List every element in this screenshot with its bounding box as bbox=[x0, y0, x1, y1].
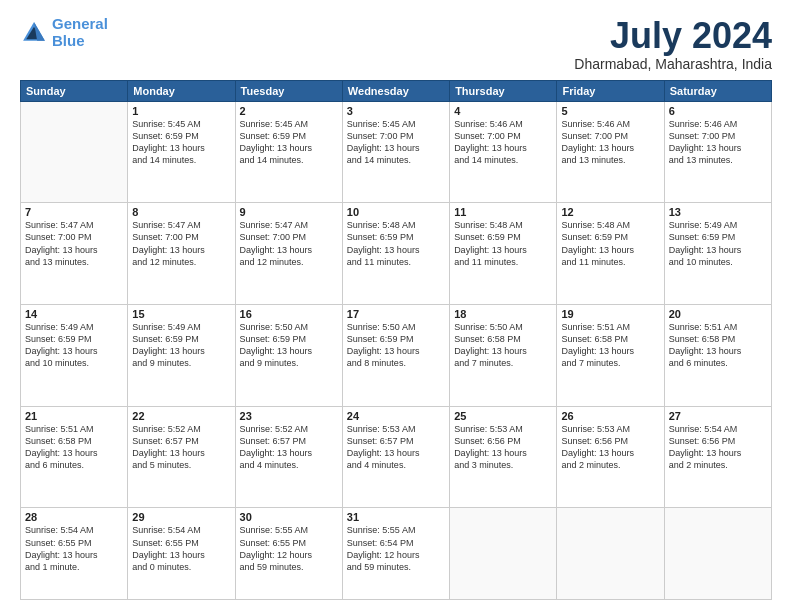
day-info: Sunrise: 5:48 AM Sunset: 6:59 PM Dayligh… bbox=[561, 219, 659, 268]
day-number: 6 bbox=[669, 105, 767, 117]
day-number: 23 bbox=[240, 410, 338, 422]
calendar-cell bbox=[21, 101, 128, 203]
calendar-cell bbox=[664, 508, 771, 600]
calendar-cell: 30Sunrise: 5:55 AM Sunset: 6:55 PM Dayli… bbox=[235, 508, 342, 600]
calendar-cell: 15Sunrise: 5:49 AM Sunset: 6:59 PM Dayli… bbox=[128, 305, 235, 407]
calendar-cell: 5Sunrise: 5:46 AM Sunset: 7:00 PM Daylig… bbox=[557, 101, 664, 203]
day-number: 26 bbox=[561, 410, 659, 422]
day-info: Sunrise: 5:53 AM Sunset: 6:57 PM Dayligh… bbox=[347, 423, 445, 472]
calendar-cell: 26Sunrise: 5:53 AM Sunset: 6:56 PM Dayli… bbox=[557, 406, 664, 508]
calendar-header-row: SundayMondayTuesdayWednesdayThursdayFrid… bbox=[21, 80, 772, 101]
day-number: 15 bbox=[132, 308, 230, 320]
calendar-cell bbox=[450, 508, 557, 600]
day-info: Sunrise: 5:50 AM Sunset: 6:59 PM Dayligh… bbox=[240, 321, 338, 370]
day-number: 14 bbox=[25, 308, 123, 320]
day-header-tuesday: Tuesday bbox=[235, 80, 342, 101]
day-info: Sunrise: 5:46 AM Sunset: 7:00 PM Dayligh… bbox=[669, 118, 767, 167]
calendar-week-row: 1Sunrise: 5:45 AM Sunset: 6:59 PM Daylig… bbox=[21, 101, 772, 203]
day-header-saturday: Saturday bbox=[664, 80, 771, 101]
day-number: 30 bbox=[240, 511, 338, 523]
location: Dharmabad, Maharashtra, India bbox=[574, 56, 772, 72]
calendar-cell: 29Sunrise: 5:54 AM Sunset: 6:55 PM Dayli… bbox=[128, 508, 235, 600]
calendar-cell: 22Sunrise: 5:52 AM Sunset: 6:57 PM Dayli… bbox=[128, 406, 235, 508]
day-number: 17 bbox=[347, 308, 445, 320]
day-info: Sunrise: 5:54 AM Sunset: 6:55 PM Dayligh… bbox=[132, 524, 230, 573]
day-header-wednesday: Wednesday bbox=[342, 80, 449, 101]
day-number: 12 bbox=[561, 206, 659, 218]
day-number: 1 bbox=[132, 105, 230, 117]
calendar-cell: 17Sunrise: 5:50 AM Sunset: 6:59 PM Dayli… bbox=[342, 305, 449, 407]
day-number: 8 bbox=[132, 206, 230, 218]
calendar-cell: 28Sunrise: 5:54 AM Sunset: 6:55 PM Dayli… bbox=[21, 508, 128, 600]
day-number: 3 bbox=[347, 105, 445, 117]
day-header-sunday: Sunday bbox=[21, 80, 128, 101]
day-info: Sunrise: 5:49 AM Sunset: 6:59 PM Dayligh… bbox=[132, 321, 230, 370]
calendar: SundayMondayTuesdayWednesdayThursdayFrid… bbox=[20, 80, 772, 600]
day-number: 10 bbox=[347, 206, 445, 218]
day-info: Sunrise: 5:45 AM Sunset: 6:59 PM Dayligh… bbox=[132, 118, 230, 167]
day-number: 18 bbox=[454, 308, 552, 320]
day-info: Sunrise: 5:49 AM Sunset: 6:59 PM Dayligh… bbox=[25, 321, 123, 370]
calendar-week-row: 21Sunrise: 5:51 AM Sunset: 6:58 PM Dayli… bbox=[21, 406, 772, 508]
calendar-cell: 12Sunrise: 5:48 AM Sunset: 6:59 PM Dayli… bbox=[557, 203, 664, 305]
day-info: Sunrise: 5:47 AM Sunset: 7:00 PM Dayligh… bbox=[132, 219, 230, 268]
day-info: Sunrise: 5:46 AM Sunset: 7:00 PM Dayligh… bbox=[561, 118, 659, 167]
day-number: 22 bbox=[132, 410, 230, 422]
day-header-monday: Monday bbox=[128, 80, 235, 101]
calendar-cell: 9Sunrise: 5:47 AM Sunset: 7:00 PM Daylig… bbox=[235, 203, 342, 305]
day-info: Sunrise: 5:48 AM Sunset: 6:59 PM Dayligh… bbox=[454, 219, 552, 268]
header: General Blue July 2024 Dharmabad, Mahara… bbox=[20, 16, 772, 72]
day-number: 21 bbox=[25, 410, 123, 422]
day-number: 9 bbox=[240, 206, 338, 218]
calendar-week-row: 14Sunrise: 5:49 AM Sunset: 6:59 PM Dayli… bbox=[21, 305, 772, 407]
calendar-cell: 10Sunrise: 5:48 AM Sunset: 6:59 PM Dayli… bbox=[342, 203, 449, 305]
calendar-cell: 13Sunrise: 5:49 AM Sunset: 6:59 PM Dayli… bbox=[664, 203, 771, 305]
day-number: 11 bbox=[454, 206, 552, 218]
day-info: Sunrise: 5:46 AM Sunset: 7:00 PM Dayligh… bbox=[454, 118, 552, 167]
day-header-friday: Friday bbox=[557, 80, 664, 101]
day-number: 4 bbox=[454, 105, 552, 117]
day-number: 20 bbox=[669, 308, 767, 320]
day-info: Sunrise: 5:45 AM Sunset: 6:59 PM Dayligh… bbox=[240, 118, 338, 167]
day-number: 31 bbox=[347, 511, 445, 523]
calendar-cell: 23Sunrise: 5:52 AM Sunset: 6:57 PM Dayli… bbox=[235, 406, 342, 508]
day-number: 2 bbox=[240, 105, 338, 117]
logo-icon bbox=[20, 19, 48, 47]
calendar-cell: 4Sunrise: 5:46 AM Sunset: 7:00 PM Daylig… bbox=[450, 101, 557, 203]
day-info: Sunrise: 5:45 AM Sunset: 7:00 PM Dayligh… bbox=[347, 118, 445, 167]
day-info: Sunrise: 5:50 AM Sunset: 6:59 PM Dayligh… bbox=[347, 321, 445, 370]
day-info: Sunrise: 5:54 AM Sunset: 6:55 PM Dayligh… bbox=[25, 524, 123, 573]
day-info: Sunrise: 5:52 AM Sunset: 6:57 PM Dayligh… bbox=[132, 423, 230, 472]
calendar-week-row: 7Sunrise: 5:47 AM Sunset: 7:00 PM Daylig… bbox=[21, 203, 772, 305]
calendar-cell: 27Sunrise: 5:54 AM Sunset: 6:56 PM Dayli… bbox=[664, 406, 771, 508]
calendar-cell: 7Sunrise: 5:47 AM Sunset: 7:00 PM Daylig… bbox=[21, 203, 128, 305]
day-info: Sunrise: 5:54 AM Sunset: 6:56 PM Dayligh… bbox=[669, 423, 767, 472]
day-info: Sunrise: 5:50 AM Sunset: 6:58 PM Dayligh… bbox=[454, 321, 552, 370]
day-number: 24 bbox=[347, 410, 445, 422]
day-info: Sunrise: 5:47 AM Sunset: 7:00 PM Dayligh… bbox=[240, 219, 338, 268]
day-number: 16 bbox=[240, 308, 338, 320]
day-info: Sunrise: 5:48 AM Sunset: 6:59 PM Dayligh… bbox=[347, 219, 445, 268]
day-number: 28 bbox=[25, 511, 123, 523]
day-info: Sunrise: 5:51 AM Sunset: 6:58 PM Dayligh… bbox=[25, 423, 123, 472]
day-number: 13 bbox=[669, 206, 767, 218]
logo: General Blue bbox=[20, 16, 108, 49]
day-info: Sunrise: 5:53 AM Sunset: 6:56 PM Dayligh… bbox=[561, 423, 659, 472]
calendar-week-row: 28Sunrise: 5:54 AM Sunset: 6:55 PM Dayli… bbox=[21, 508, 772, 600]
calendar-cell: 25Sunrise: 5:53 AM Sunset: 6:56 PM Dayli… bbox=[450, 406, 557, 508]
logo-line1: General bbox=[52, 15, 108, 32]
day-info: Sunrise: 5:49 AM Sunset: 6:59 PM Dayligh… bbox=[669, 219, 767, 268]
calendar-cell: 1Sunrise: 5:45 AM Sunset: 6:59 PM Daylig… bbox=[128, 101, 235, 203]
day-info: Sunrise: 5:47 AM Sunset: 7:00 PM Dayligh… bbox=[25, 219, 123, 268]
day-info: Sunrise: 5:51 AM Sunset: 6:58 PM Dayligh… bbox=[669, 321, 767, 370]
day-number: 5 bbox=[561, 105, 659, 117]
day-info: Sunrise: 5:55 AM Sunset: 6:55 PM Dayligh… bbox=[240, 524, 338, 573]
calendar-cell: 20Sunrise: 5:51 AM Sunset: 6:58 PM Dayli… bbox=[664, 305, 771, 407]
day-number: 27 bbox=[669, 410, 767, 422]
calendar-cell: 14Sunrise: 5:49 AM Sunset: 6:59 PM Dayli… bbox=[21, 305, 128, 407]
day-number: 19 bbox=[561, 308, 659, 320]
calendar-cell bbox=[557, 508, 664, 600]
calendar-cell: 8Sunrise: 5:47 AM Sunset: 7:00 PM Daylig… bbox=[128, 203, 235, 305]
calendar-cell: 19Sunrise: 5:51 AM Sunset: 6:58 PM Dayli… bbox=[557, 305, 664, 407]
calendar-cell: 24Sunrise: 5:53 AM Sunset: 6:57 PM Dayli… bbox=[342, 406, 449, 508]
